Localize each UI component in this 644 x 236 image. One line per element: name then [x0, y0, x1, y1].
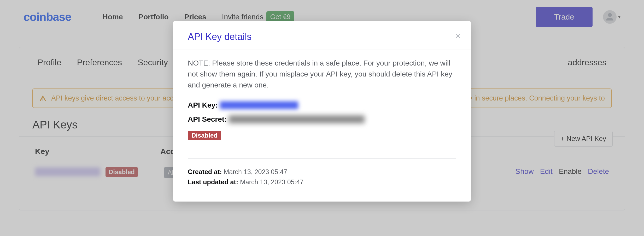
api-key-label: API Key:: [188, 101, 218, 109]
api-secret-field: API Secret:: [188, 115, 456, 123]
api-secret-value[interactable]: [229, 115, 365, 123]
updated-at: Last updated at: March 13, 2023 05:47: [188, 178, 456, 186]
modal-note: NOTE: Please store these credentials in …: [188, 58, 456, 91]
api-key-value[interactable]: [220, 101, 298, 109]
created-at: Created at: March 13, 2023 05:47: [188, 168, 456, 176]
api-key-details-modal: API Key details × NOTE: Please store the…: [173, 21, 471, 202]
api-secret-label: API Secret:: [188, 115, 227, 123]
close-icon[interactable]: ×: [455, 31, 460, 41]
modal-title: API Key details: [188, 31, 456, 42]
api-key-field: API Key:: [188, 101, 456, 109]
modal-status-badge: Disabled: [188, 131, 221, 140]
